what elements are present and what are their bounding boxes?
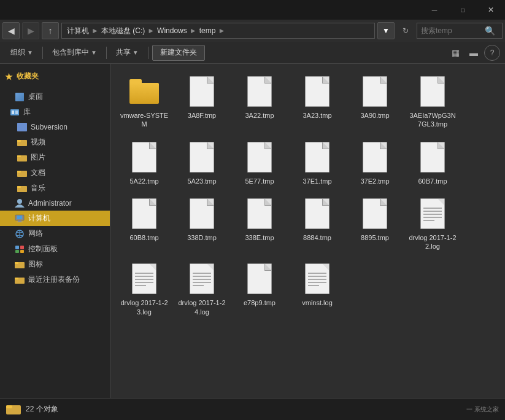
- file-icon-15: [303, 196, 332, 231]
- file-name-5: 3AEIa7WpG3N7GL3.tmp: [408, 111, 457, 129]
- svg-rect-4: [17, 140, 21, 142]
- search-box[interactable]: 🔍: [417, 23, 503, 39]
- file-item[interactable]: 338D.tmp: [174, 192, 229, 255]
- favorites-header[interactable]: ★ 收藏夹: [0, 69, 110, 84]
- file-item[interactable]: e78p9.tmp: [232, 257, 287, 321]
- sidebar-item-label-icons: 图标: [28, 259, 105, 270]
- file-item[interactable]: 3AEIa7WpG3N7GL3.tmp: [405, 70, 460, 133]
- favorites-label: 收藏夹: [17, 71, 39, 82]
- sidebar-item-controlpanel[interactable]: 控制面板: [0, 241, 110, 257]
- regbackup-folder-icon: [15, 275, 25, 285]
- sidebar-item-administrator[interactable]: Administrator: [0, 196, 110, 211]
- toolbar-separator-3: [148, 47, 148, 59]
- file-item[interactable]: 3A23.tmp: [290, 70, 345, 133]
- sidebar-item-computer[interactable]: 计算机: [0, 211, 110, 226]
- minimize-button[interactable]: ─: [420, 0, 449, 20]
- search-icon[interactable]: 🔍: [485, 26, 495, 36]
- file-item[interactable]: 5E77.tmp: [232, 136, 287, 190]
- toolbar: 组织 ▼ 包含到库中 ▼ 共享 ▼ 新建文件夹 ▦ ▬ ?: [0, 42, 505, 64]
- address-dropdown-button[interactable]: ▼: [377, 22, 395, 39]
- video-folder-icon: [17, 138, 27, 147]
- file-item[interactable]: vminst.log: [290, 257, 345, 321]
- toolbar-separator-1: [42, 47, 43, 59]
- view-small-icons-button[interactable]: ▬: [466, 45, 482, 61]
- help-button[interactable]: ?: [484, 45, 500, 61]
- sidebar-item-desktop[interactable]: 桌面: [0, 89, 110, 104]
- sidebar-item-video[interactable]: 视频: [0, 134, 110, 150]
- file-item[interactable]: 37E2.tmp: [347, 136, 403, 190]
- file-item[interactable]: 338E.tmp: [232, 192, 287, 255]
- file-grid: vmware-SYSTEM 3A8F.tmp 3A22.tmp 3A23.tmp…: [117, 70, 499, 321]
- view-large-icons-button[interactable]: ▦: [447, 45, 463, 61]
- file-name-11: 60B7.tmp: [418, 177, 447, 185]
- file-item[interactable]: drvlog 2017-1-24.log: [174, 257, 229, 321]
- file-item[interactable]: drvlog 2017-1-23.log: [117, 257, 172, 321]
- sidebar-item-label-controlpanel: 控制面板: [28, 244, 105, 254]
- path-computer[interactable]: 计算机: [67, 26, 89, 36]
- file-item[interactable]: 3A22.tmp: [232, 70, 287, 133]
- organize-button[interactable]: 组织 ▼: [5, 45, 39, 61]
- sidebar-item-network[interactable]: 网络: [0, 226, 110, 241]
- file-icon-10: [360, 140, 390, 174]
- path-drive[interactable]: 本地磁盘 (C:): [101, 26, 145, 36]
- maximize-button[interactable]: □: [449, 0, 477, 20]
- include-library-button[interactable]: 包含到库中 ▼: [47, 45, 102, 61]
- new-folder-button[interactable]: 新建文件夹: [152, 45, 205, 61]
- file-item[interactable]: 60B7.tmp: [405, 136, 460, 190]
- star-icon: ★: [5, 72, 13, 82]
- file-icon-5: [418, 74, 447, 109]
- up-button[interactable]: ↑: [42, 22, 59, 39]
- file-icon-17: [418, 196, 447, 231]
- svg-rect-24: [15, 262, 18, 264]
- svg-point-11: [17, 199, 22, 204]
- sidebar-item-label-documents: 文档: [31, 168, 105, 178]
- svg-rect-6: [17, 155, 21, 157]
- file-name-1: 3A8F.tmp: [188, 111, 216, 120]
- sidebar-item-icons[interactable]: 图标: [0, 257, 110, 272]
- refresh-button[interactable]: ↻: [397, 22, 414, 39]
- file-item[interactable]: 37E1.tmp: [290, 136, 345, 190]
- share-button[interactable]: 共享 ▼: [110, 45, 144, 61]
- sidebar-item-documents[interactable]: 文档: [0, 165, 110, 181]
- share-arrow: ▼: [133, 49, 139, 56]
- status-count: 22 个对象: [26, 404, 58, 414]
- svn-icon: [17, 122, 27, 132]
- file-icon-12: [129, 196, 159, 231]
- sidebar-item-music[interactable]: 音乐: [0, 181, 110, 196]
- file-name-19: drvlog 2017-1-24.log: [177, 298, 226, 316]
- file-item[interactable]: 5A22.tmp: [117, 136, 172, 190]
- file-icon-18: [129, 262, 159, 296]
- file-icon-13: [187, 196, 217, 231]
- file-name-18: drvlog 2017-1-23.log: [120, 298, 169, 316]
- address-path[interactable]: 计算机 ► 本地磁盘 (C:) ► Windows ► temp ►: [61, 23, 375, 39]
- file-item[interactable]: 60B8.tmp: [117, 192, 172, 255]
- main-area: ★ 收藏夹 桌面 库 Subversion 视频: [0, 64, 505, 398]
- close-button[interactable]: ✕: [477, 0, 505, 20]
- file-name-13: 338D.tmp: [187, 233, 217, 242]
- controlpanel-icon: [15, 244, 25, 254]
- path-windows[interactable]: Windows: [157, 26, 187, 35]
- file-item[interactable]: 8895.tmp: [347, 192, 403, 255]
- path-temp[interactable]: temp: [199, 26, 216, 35]
- watermark: 一 系统之家: [466, 405, 499, 414]
- file-item[interactable]: drvlog 2017-1-22.log: [405, 192, 460, 255]
- search-input[interactable]: [421, 26, 482, 35]
- sidebar-item-library[interactable]: 库: [0, 104, 110, 120]
- file-item[interactable]: 3A90.tmp: [347, 70, 403, 133]
- file-item[interactable]: 3A8F.tmp: [174, 70, 229, 133]
- sidebar-item-label-music: 音乐: [31, 183, 105, 193]
- organize-arrow: ▼: [27, 49, 33, 56]
- file-icon-0: [129, 74, 159, 109]
- desktop-icon: [15, 92, 25, 102]
- file-item[interactable]: vmware-SYSTEM: [117, 70, 172, 133]
- forward-button[interactable]: ▶: [22, 22, 39, 39]
- sidebar-item-regbackup[interactable]: 最近注册表备份: [0, 272, 110, 287]
- file-item[interactable]: 8884.tmp: [290, 192, 345, 255]
- file-icon-9: [303, 140, 332, 174]
- window-controls: ─ □ ✕: [420, 0, 505, 20]
- sidebar-item-pictures[interactable]: 图片: [0, 150, 110, 165]
- back-button[interactable]: ◀: [2, 22, 20, 39]
- file-item[interactable]: 5A23.tmp: [174, 136, 229, 190]
- path-separator-4: ►: [218, 26, 225, 35]
- sidebar-item-svn[interactable]: Subversion: [0, 120, 110, 134]
